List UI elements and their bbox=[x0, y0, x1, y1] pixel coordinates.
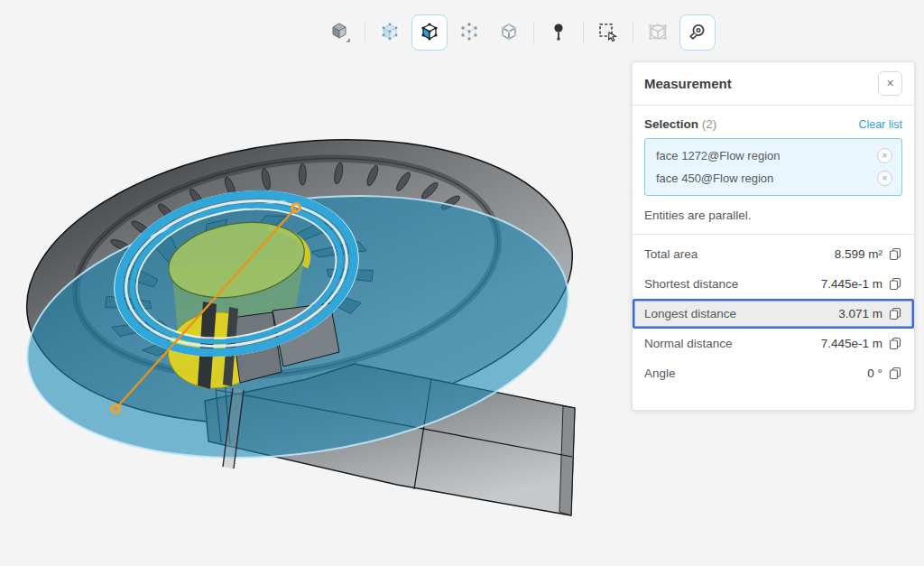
vertex-select-icon bbox=[457, 21, 481, 44]
list-item[interactable]: face 1272@Flow region × bbox=[645, 144, 901, 167]
tool-face-select[interactable] bbox=[411, 14, 448, 51]
parallel-note: Entities are parallel. bbox=[644, 209, 902, 222]
selection-item-label: face 450@Flow region bbox=[656, 172, 877, 185]
solid-cube-icon bbox=[328, 21, 352, 44]
assembly-select-icon bbox=[646, 21, 670, 44]
copy-icon[interactable] bbox=[889, 337, 902, 351]
measurement-label: Shortest distance bbox=[644, 277, 821, 291]
tool-solid-view-cube[interactable] bbox=[322, 14, 358, 51]
view-toolbar bbox=[322, 14, 716, 51]
clear-list-link[interactable]: Clear list bbox=[858, 118, 902, 131]
toolbar-separator bbox=[365, 22, 365, 43]
copy-icon[interactable] bbox=[889, 277, 902, 292]
measurement-rows: Total area 8.599 m² Shortest distance 7.… bbox=[633, 235, 914, 393]
tool-body-select[interactable] bbox=[372, 14, 408, 51]
probe-point-icon bbox=[547, 21, 570, 44]
edge-select-icon bbox=[497, 21, 521, 44]
3d-viewport[interactable] bbox=[0, 0, 632, 566]
measurement-panel: Measurement × Selection (2) Clear list f… bbox=[632, 61, 915, 411]
toolbar-separator bbox=[583, 22, 584, 43]
selection-label: Selection (2) bbox=[644, 117, 716, 131]
selection-item-label: face 1272@Flow region bbox=[656, 149, 877, 162]
selection-count: (2) bbox=[702, 117, 717, 131]
list-item[interactable]: face 450@Flow region × bbox=[645, 167, 901, 190]
toolbar-separator bbox=[633, 22, 633, 43]
measurement-row-shortest-distance[interactable]: Shortest distance 7.445e-1 m bbox=[633, 269, 914, 299]
tool-box-select[interactable] bbox=[590, 14, 626, 51]
measurement-label: Longest distance bbox=[644, 307, 838, 320]
tool-probe-point[interactable] bbox=[541, 14, 577, 51]
copy-icon[interactable] bbox=[889, 307, 902, 321]
measurement-row-angle[interactable]: Angle 0 ° bbox=[633, 358, 914, 388]
toolbar-separator bbox=[533, 22, 534, 43]
measurement-label: Total area bbox=[644, 247, 835, 261]
flow-region-model bbox=[0, 0, 632, 566]
tool-assembly-select[interactable] bbox=[640, 14, 676, 51]
measurement-value: 8.599 m² bbox=[835, 247, 882, 261]
face-select-icon bbox=[418, 21, 441, 44]
remove-item-icon[interactable]: × bbox=[877, 171, 892, 186]
remove-item-icon[interactable]: × bbox=[877, 148, 892, 163]
selection-label-text: Selection bbox=[644, 117, 698, 131]
panel-header: Measurement × bbox=[633, 62, 914, 105]
measurement-row-normal-distance[interactable]: Normal distance 7.445e-1 m bbox=[633, 329, 914, 358]
copy-icon[interactable] bbox=[889, 367, 902, 381]
measurement-row-longest-distance[interactable]: Longest distance 3.071 m bbox=[633, 299, 914, 329]
selection-list: face 1272@Flow region × face 450@Flow re… bbox=[644, 138, 902, 196]
tool-vertex-select[interactable] bbox=[451, 14, 487, 51]
close-icon[interactable]: × bbox=[878, 71, 902, 96]
measurement-row-total-area[interactable]: Total area 8.599 m² bbox=[633, 239, 914, 269]
measurement-value: 0 ° bbox=[867, 367, 882, 380]
measurement-label: Angle bbox=[644, 367, 867, 380]
app-window: Measurement × Selection (2) Clear list f… bbox=[0, 0, 924, 566]
tool-edge-select[interactable] bbox=[491, 14, 527, 51]
copy-icon[interactable] bbox=[889, 247, 902, 262]
measurement-value: 7.445e-1 m bbox=[821, 337, 882, 350]
measure-tape-icon bbox=[686, 21, 709, 44]
box-select-icon bbox=[596, 21, 620, 44]
body-select-icon bbox=[378, 21, 402, 44]
measurement-label: Normal distance bbox=[644, 337, 821, 350]
tool-measure-tape[interactable] bbox=[679, 14, 716, 51]
measurement-value: 3.071 m bbox=[838, 307, 882, 320]
panel-title: Measurement bbox=[644, 76, 732, 91]
selection-section: Selection (2) Clear list face 1272@Flow … bbox=[633, 106, 914, 234]
measurement-value: 7.445e-1 m bbox=[821, 277, 882, 291]
